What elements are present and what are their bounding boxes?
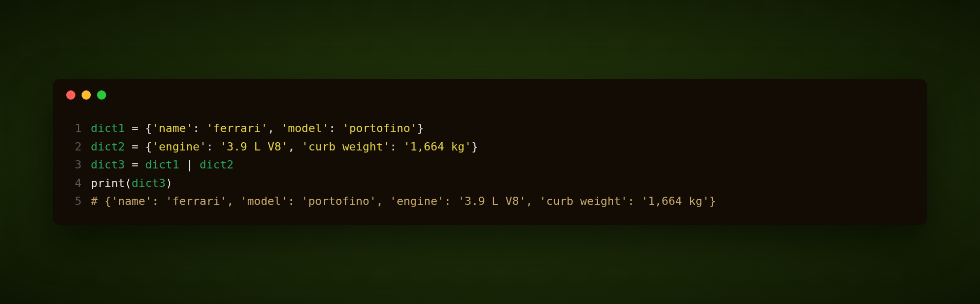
punct-token: : bbox=[206, 140, 220, 153]
line-content: print(dict3) bbox=[91, 174, 913, 193]
minimize-icon[interactable] bbox=[82, 90, 91, 100]
variable-token: dict3 bbox=[131, 177, 165, 189]
punct-token: : bbox=[329, 122, 343, 135]
punct-token: , bbox=[288, 140, 302, 153]
string-token: 'name' bbox=[152, 122, 192, 135]
punct-token: : bbox=[193, 122, 207, 135]
pipe-token: | bbox=[179, 158, 200, 171]
paren-token: ( bbox=[125, 177, 131, 189]
comment-token: # {'name': 'ferrari', 'model': 'portofin… bbox=[91, 195, 716, 207]
code-line: 4 print(dict3) bbox=[67, 174, 913, 193]
punct-token: : bbox=[390, 140, 404, 153]
line-number: 4 bbox=[67, 174, 91, 193]
brace-token: { bbox=[145, 122, 152, 135]
paren-token: ) bbox=[166, 177, 172, 189]
string-token: 'model' bbox=[281, 122, 329, 135]
window-titlebar bbox=[53, 79, 927, 105]
string-token: '1,664 kg' bbox=[403, 140, 471, 153]
equals-token: = bbox=[125, 122, 145, 135]
variable-token: dict1 bbox=[145, 158, 179, 171]
line-content: # {'name': 'ferrari', 'model': 'portofin… bbox=[91, 192, 913, 211]
variable-token: dict3 bbox=[91, 158, 125, 171]
variable-token: dict2 bbox=[200, 158, 233, 171]
line-number: 3 bbox=[67, 156, 91, 174]
string-token: 'portofino' bbox=[342, 122, 417, 135]
brace-token: } bbox=[472, 140, 478, 153]
line-content: dict2 = {'engine': '3.9 L V8', 'curb wei… bbox=[91, 138, 913, 156]
equals-token: = bbox=[125, 140, 145, 153]
code-area[interactable]: 1 dict1 = {'name': 'ferrari', 'model': '… bbox=[53, 105, 927, 211]
code-line: 1 dict1 = {'name': 'ferrari', 'model': '… bbox=[67, 119, 913, 138]
maximize-icon[interactable] bbox=[97, 90, 106, 100]
code-editor-window: 1 dict1 = {'name': 'ferrari', 'model': '… bbox=[53, 79, 927, 225]
variable-token: dict1 bbox=[91, 122, 125, 135]
code-line: 2 dict2 = {'engine': '3.9 L V8', 'curb w… bbox=[67, 138, 913, 156]
code-line: 3 dict3 = dict1 | dict2 bbox=[67, 156, 913, 174]
close-icon[interactable] bbox=[66, 90, 75, 100]
string-token: 'engine' bbox=[152, 140, 206, 153]
function-token: print bbox=[91, 177, 125, 189]
brace-token: { bbox=[145, 140, 152, 153]
code-line: 5 # {'name': 'ferrari', 'model': 'portof… bbox=[67, 192, 913, 211]
string-token: 'ferrari' bbox=[206, 122, 267, 135]
brace-token: } bbox=[417, 122, 424, 135]
variable-token: dict2 bbox=[91, 140, 125, 153]
equals-token: = bbox=[125, 158, 145, 171]
line-number: 5 bbox=[67, 192, 91, 211]
line-number: 1 bbox=[67, 119, 91, 138]
string-token: 'curb weight' bbox=[302, 140, 390, 153]
line-content: dict1 = {'name': 'ferrari', 'model': 'po… bbox=[91, 119, 913, 138]
string-token: '3.9 L V8' bbox=[220, 140, 288, 153]
line-number: 2 bbox=[67, 138, 91, 156]
line-content: dict3 = dict1 | dict2 bbox=[91, 156, 913, 174]
punct-token: , bbox=[267, 122, 281, 135]
